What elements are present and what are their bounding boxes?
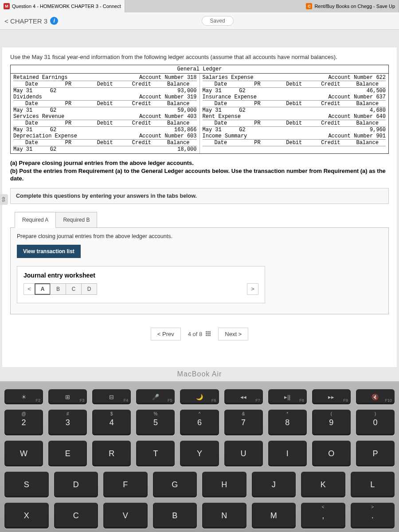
intro-text: Use the May 31 fiscal year-end informati…: [10, 54, 389, 60]
key-9[interactable]: (9: [312, 410, 351, 435]
worksheet-tab-a[interactable]: A: [35, 283, 51, 295]
key-f6[interactable]: 🌙F6: [180, 389, 219, 404]
worksheet-tab-c[interactable]: C: [66, 283, 82, 295]
key-6[interactable]: ^6: [180, 410, 219, 435]
key-h[interactable]: H: [202, 472, 246, 497]
tab-required-b[interactable]: Required B: [55, 212, 97, 228]
requirement-tabs: Required A Required B: [15, 212, 389, 228]
key-m[interactable]: M: [252, 503, 296, 528]
saved-pill: Saved: [202, 16, 234, 26]
key-p[interactable]: P: [356, 441, 395, 466]
key-e[interactable]: E: [48, 441, 87, 466]
mheducation-icon: M: [4, 3, 10, 9]
complete-band: Complete this questions by entering your…: [10, 188, 389, 204]
key-d[interactable]: D: [54, 472, 98, 497]
key-f7[interactable]: ◂◂F7: [224, 389, 263, 404]
key-f10[interactable]: 🔇F10: [356, 389, 395, 404]
worksheet-prev-icon[interactable]: <: [23, 283, 35, 295]
instruction-a: (a) Prepare closing journal entries from…: [10, 160, 194, 166]
tab-label: Question 4 - HOMEWORK CHAPTER 3 - Connec…: [12, 4, 121, 9]
key-b[interactable]: B: [153, 503, 197, 528]
chegg-icon: C: [306, 3, 312, 9]
key-r[interactable]: R: [92, 441, 131, 466]
key-comma[interactable]: <,: [301, 503, 345, 528]
ledger-title: General Ledger: [11, 65, 388, 74]
browser-tabs: M Question 4 - HOMEWORK CHAPTER 3 - Conn…: [0, 0, 399, 12]
key-s[interactable]: S: [4, 472, 49, 497]
tab-chegg[interactable]: C Rent/Buy Books on Chegg - Save Up: [302, 0, 399, 12]
worksheet-tab-b[interactable]: B: [50, 283, 66, 295]
view-transaction-list-button[interactable]: View transaction list: [17, 245, 81, 258]
key-c[interactable]: C: [54, 503, 98, 528]
question-pager: < Prev 4 of 8 Next >: [10, 328, 389, 340]
macbook-label: MacBook Air: [0, 370, 399, 378]
key-0[interactable]: )0: [356, 410, 395, 435]
worksheet-tab-d[interactable]: D: [81, 283, 97, 295]
worksheet-title: Journal entry worksheet: [23, 272, 258, 279]
key-f[interactable]: F: [103, 472, 148, 497]
key-2[interactable]: @2: [4, 410, 43, 435]
page-info: 4 of 8: [188, 331, 203, 337]
key-i[interactable]: I: [268, 441, 307, 466]
next-button[interactable]: Next >: [218, 328, 248, 340]
grid-icon[interactable]: [206, 331, 211, 336]
key-f2[interactable]: ☀F2: [4, 389, 43, 404]
key-k[interactable]: K: [301, 472, 345, 497]
required-a-panel: Prepare closing journal entries from the…: [10, 227, 389, 314]
general-ledger: General Ledger Retained EarningsAccount …: [10, 65, 389, 154]
key-t[interactable]: T: [136, 441, 175, 466]
chapter-header: < CHAPTER 3 i Saved: [0, 12, 399, 30]
instructions: (a) Prepare closing journal entries from…: [10, 159, 389, 183]
tab-question[interactable]: M Question 4 - HOMEWORK CHAPTER 3 - Conn…: [0, 0, 125, 12]
ledger-col-right: Salaries ExpenseAccount Number 622 DateP…: [200, 74, 389, 153]
key-3[interactable]: #3: [48, 410, 87, 435]
journal-worksheet: Journal entry worksheet < A B C D >: [17, 266, 265, 303]
key-8[interactable]: *8: [268, 410, 307, 435]
key-4[interactable]: $4: [92, 410, 131, 435]
key-v[interactable]: V: [103, 503, 148, 528]
key-y[interactable]: Y: [180, 441, 219, 466]
key-x[interactable]: X: [4, 503, 49, 528]
key-o[interactable]: O: [312, 441, 351, 466]
key-f3[interactable]: ⊞F3: [48, 389, 87, 404]
chapter-title[interactable]: < CHAPTER 3: [4, 17, 47, 25]
key-5[interactable]: %5: [136, 410, 175, 435]
key-f4[interactable]: ⊟F4: [92, 389, 131, 404]
info-icon[interactable]: i: [50, 17, 58, 25]
panel-instruction: Prepare closing journal entries from the…: [17, 233, 382, 239]
key-f8[interactable]: ▸||F8: [268, 389, 307, 404]
key-f9[interactable]: ▸▸F9: [312, 389, 351, 404]
worksheet-next-icon[interactable]: >: [247, 283, 258, 295]
tab-required-a[interactable]: Required A: [15, 212, 56, 228]
key-g[interactable]: G: [153, 472, 197, 497]
instruction-b: (b) Post the entries from Requirement (a…: [10, 168, 386, 182]
question-content: Use the May 31 fiscal year-end informati…: [2, 47, 397, 367]
prev-button[interactable]: < Prev: [151, 328, 181, 340]
key-u[interactable]: U: [224, 441, 263, 466]
keyboard: ☀F2 ⊞F3 ⊟F4 🎤F5 🌙F6 ◂◂F7 ▸||F8 ▸▸F9 🔇F10…: [0, 381, 399, 532]
left-side-tab[interactable]: es: [0, 194, 8, 205]
key-n[interactable]: N: [202, 503, 246, 528]
key-period[interactable]: >.: [351, 503, 395, 528]
key-7[interactable]: &7: [224, 410, 263, 435]
key-j[interactable]: J: [252, 472, 296, 497]
key-w[interactable]: W: [4, 441, 43, 466]
tab-label: Rent/Buy Books on Chegg - Save Up: [314, 4, 395, 9]
ledger-col-left: Retained EarningsAccount Number 318 Date…: [11, 74, 200, 153]
key-l[interactable]: L: [351, 472, 395, 497]
key-f5[interactable]: 🎤F5: [136, 389, 175, 404]
